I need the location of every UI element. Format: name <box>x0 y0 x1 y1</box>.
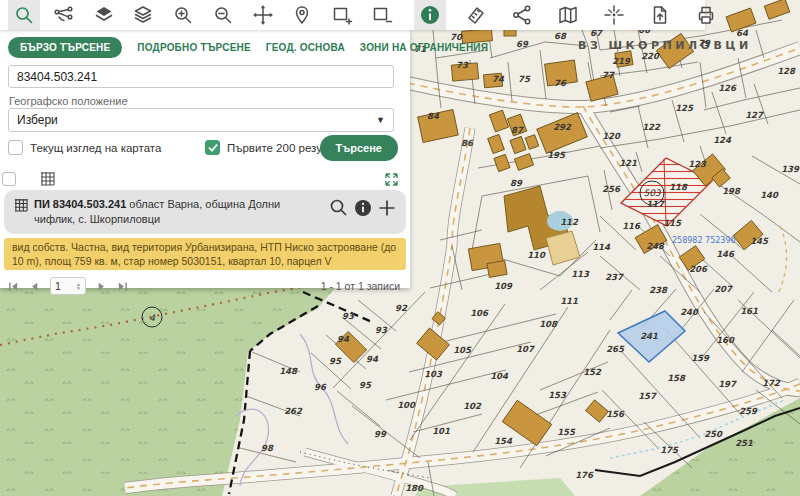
parcel-number-label: 156 <box>606 409 625 419</box>
parcel-number-label: 95 <box>359 380 372 390</box>
parcel-number-label: 127 <box>745 110 764 120</box>
parcel-number-label: 180 <box>405 483 424 493</box>
zoom-to-result-icon[interactable] <box>329 198 348 221</box>
parcel-number-label: 114 <box>592 242 611 252</box>
add-extent-button[interactable] <box>326 0 358 30</box>
chevron-down-icon: ▼ <box>376 115 385 125</box>
parcel-number-label: 96 <box>314 382 327 392</box>
zoom-in-button[interactable] <box>167 0 199 30</box>
tab-restriction-zones[interactable]: ЗОНИ НА ОГРАНИЧЕНИЯ <box>360 42 488 53</box>
remove-extent-icon <box>371 4 393 26</box>
result-info-icon[interactable] <box>354 199 372 221</box>
parcel-number-label: 68 <box>554 31 567 41</box>
parcel-number-label: 125 <box>675 103 694 113</box>
current-view-label: Текущ изглед на картата <box>30 142 161 154</box>
print-button[interactable] <box>690 0 722 30</box>
export-icon <box>649 4 671 26</box>
grid-icon <box>40 171 55 190</box>
search-button[interactable] <box>8 0 40 30</box>
last-page-button[interactable] <box>117 281 128 292</box>
parcel-number-label: 237 <box>605 272 624 282</box>
parcel-number-label: 79 <box>698 38 711 48</box>
share-button[interactable] <box>506 0 538 30</box>
parcel-number-label: 120 <box>602 131 621 141</box>
parcel-number-label: 139 <box>781 164 800 174</box>
parcel-number-label: 73 <box>456 60 469 70</box>
next-page-button[interactable] <box>96 281 107 292</box>
parcel-number-label: 126 <box>718 83 737 93</box>
pagination: 1 ▲▼ 1 - 1 от 1 записи <box>8 276 400 296</box>
select-tool-button[interactable] <box>48 0 80 30</box>
parcel-number-label: 105 <box>453 345 472 355</box>
geo-select-value: Избери <box>17 113 58 127</box>
parcel-number-label: 109 <box>494 281 513 291</box>
share-icon <box>511 4 533 26</box>
locate-button[interactable] <box>286 0 318 30</box>
parcel-number-label: 155 <box>557 427 576 437</box>
first-results-checkbox[interactable] <box>205 140 220 155</box>
map-sheets-button[interactable] <box>552 0 584 30</box>
parcel-number-label: 248 <box>646 241 665 251</box>
parcel-number-label: 128 <box>777 66 796 76</box>
parcel-number-label: 70 <box>450 32 463 42</box>
pan-icon <box>252 4 274 26</box>
layers-stack-button[interactable] <box>127 0 159 30</box>
result-item-id: ПИ 83404.503.241 <box>34 198 126 210</box>
result-item-text: ПИ 83404.503.241 област Варна, община До… <box>34 196 323 228</box>
prev-page-button[interactable] <box>29 281 40 292</box>
search-input[interactable] <box>8 65 394 88</box>
tab-quick-search[interactable]: БЪРЗО ТЪРСЕНЕ <box>8 37 122 58</box>
search-button[interactable]: Търсене <box>320 135 398 161</box>
zoom-out-button[interactable] <box>207 0 239 30</box>
tab-geodetic-base[interactable]: ГЕОД. ОСНОВА <box>266 42 345 53</box>
expand-results-icon[interactable] <box>385 172 398 190</box>
export-button[interactable] <box>644 0 676 30</box>
coordinates-button[interactable] <box>598 0 630 30</box>
select-all-checkbox[interactable] <box>2 172 16 186</box>
parcel-number-label: 206 <box>689 264 708 274</box>
parcel-number-label: 118 <box>669 182 688 192</box>
geo-location-select[interactable]: Избери ▼ <box>8 108 394 132</box>
parcel-number-label: 95 <box>329 356 342 366</box>
pagination-summary: 1 - 1 от 1 записи <box>321 280 400 292</box>
parcel-number-label: 108 <box>539 319 558 329</box>
zoom-out-icon <box>212 4 234 26</box>
parcel-number-label: 292 <box>553 122 572 132</box>
parcel-number-label: 197 <box>718 379 737 389</box>
parcel-number-label: 148 <box>279 366 298 376</box>
result-item[interactable]: ПИ 83404.503.241 област Варна, община До… <box>4 190 406 234</box>
layers-stack-icon <box>132 4 154 26</box>
parcel-number-label: 106 <box>470 308 489 318</box>
parcel-number-label: 76 <box>554 78 567 88</box>
parcel-number-label: 176 <box>575 470 594 480</box>
page-number-value: 1 <box>55 280 61 292</box>
current-view-option: Текущ изглед на картата <box>8 140 161 155</box>
select-tool-icon <box>53 4 75 26</box>
parcel-number-label: 198 <box>722 186 741 196</box>
first-page-button[interactable] <box>8 281 19 292</box>
parcel-number-label: 74 <box>492 74 505 84</box>
parcel-number-label: 259 <box>739 406 758 416</box>
parcel-number-label: 101 <box>432 426 450 436</box>
remove-extent-button[interactable] <box>366 0 398 30</box>
parcel-number-label: 103 <box>424 369 443 379</box>
coordinate-readout: 258982 752396 <box>672 236 736 245</box>
parcel-number-label: 251 <box>735 438 753 448</box>
info-icon <box>419 4 441 26</box>
measure-button[interactable] <box>460 0 492 30</box>
parcel-number-label: 123 <box>688 159 707 169</box>
parcel-number-label: 77 <box>602 70 615 80</box>
pan-button[interactable] <box>247 0 279 30</box>
add-result-icon[interactable] <box>378 199 396 221</box>
coordinates-icon <box>603 4 625 26</box>
layers-button[interactable] <box>88 0 120 30</box>
parcel-number-label: 87 <box>511 125 524 135</box>
app-window: ВЗ ШКОРПИЛОВЦИ 503 4 258982 752396 71706… <box>0 0 800 496</box>
current-view-checkbox[interactable] <box>8 140 23 155</box>
info-button[interactable] <box>414 0 446 30</box>
tab-detailed-search[interactable]: ПОДРОБНО ТЪРСЕНЕ <box>137 42 250 53</box>
page-number-input[interactable]: 1 ▲▼ <box>50 277 86 295</box>
page-spinner[interactable]: ▲▼ <box>76 282 81 290</box>
parcel-number-label: 172 <box>762 378 781 388</box>
parcel-number-label: 121 <box>619 158 637 168</box>
